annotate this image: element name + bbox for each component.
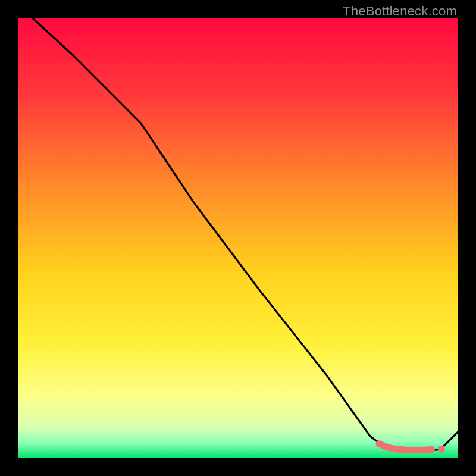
gradient-background xyxy=(18,18,458,458)
chart-frame xyxy=(18,18,458,458)
highlight-dot xyxy=(438,446,445,453)
watermark-text: TheBottleneck.com xyxy=(343,4,457,19)
bottleneck-chart xyxy=(18,18,458,458)
